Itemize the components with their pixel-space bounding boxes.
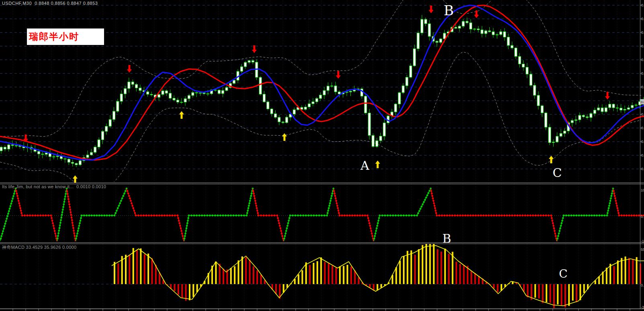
- indicator1-dot: [467, 215, 469, 217]
- indicator1-dot: [389, 215, 391, 217]
- candle-body: [248, 61, 250, 62]
- indicator1-dot: [321, 215, 323, 217]
- indicator1-dot: [297, 215, 299, 217]
- macd-bar: [253, 266, 254, 284]
- indicator1-dot: [201, 215, 203, 217]
- indicator1-dot: [64, 195, 66, 197]
- macd-bar: [313, 263, 315, 284]
- indicator1-dot: [178, 222, 180, 224]
- candle-body: [267, 102, 269, 109]
- indicator1-dot: [408, 215, 410, 217]
- indicator1-dot: [180, 230, 182, 232]
- indicator1-dot: [268, 215, 270, 217]
- indicator1-dot: [198, 215, 200, 217]
- indicator1-dot: [638, 215, 640, 217]
- note-label-box[interactable]: 瑞郎半小时: [27, 28, 104, 45]
- candle-body: [331, 86, 333, 86]
- macd-bar: [411, 250, 412, 284]
- chart-canvas[interactable]: 0.80.80.80.80.80.80.80.80.80.80.80.80.80…: [0, 0, 644, 311]
- candle-body: [440, 39, 442, 43]
- scale-label: 0.: [641, 283, 644, 287]
- candle-body: [45, 153, 47, 154]
- indicator1-dot: [493, 215, 495, 217]
- indicator1-dot: [374, 232, 376, 234]
- candle-body: [489, 31, 491, 32]
- indicator1-dot: [558, 232, 560, 234]
- macd-bar: [260, 274, 262, 284]
- candle-body: [507, 37, 509, 45]
- candle-body: [372, 136, 374, 147]
- indicator1-dot: [180, 228, 182, 230]
- candle-body: [522, 64, 525, 67]
- scale-label: 10: [641, 188, 644, 192]
- candle-body: [263, 94, 266, 102]
- candle-body: [383, 123, 386, 136]
- candle-body: [282, 122, 284, 123]
- indicator1-dot: [552, 222, 554, 224]
- indicator1-dot: [281, 235, 283, 237]
- candle-body: [593, 110, 596, 114]
- indicator1-dot: [80, 217, 82, 219]
- candle-body: [312, 102, 314, 104]
- indicator1-dot: [613, 190, 615, 192]
- candle-body: [90, 152, 92, 155]
- macd-bar: [245, 257, 247, 284]
- macd-bar: [238, 260, 239, 284]
- indicator1-dot: [74, 235, 76, 237]
- indicator1-dot: [247, 209, 249, 211]
- indicator1-dot: [55, 235, 57, 237]
- candle-body: [338, 92, 341, 94]
- chart-letter-c: C: [559, 267, 567, 281]
- indicator1-dot: [527, 215, 529, 217]
- indicator1-dot: [427, 192, 429, 194]
- scale-label: 0.8: [641, 44, 644, 48]
- scale-label: -1: [641, 239, 644, 243]
- indicator1-dot: [235, 215, 237, 217]
- symbol-title: USDCHF,M30 0.8848 0.8856 0.8847 0.8853: [2, 1, 98, 6]
- indicator1-dot: [98, 215, 100, 217]
- indicator1-dot: [608, 207, 610, 209]
- indicator1-dot: [530, 215, 532, 217]
- candle-body: [109, 120, 111, 126]
- macd-bar: [151, 258, 153, 284]
- indicator1-dot: [626, 215, 628, 217]
- indicator1-dot: [501, 215, 503, 217]
- indicator1-dot: [118, 205, 120, 207]
- indicator1-dot: [57, 235, 59, 237]
- indicator1-dot: [286, 228, 288, 230]
- candle-body: [409, 66, 412, 77]
- macd-bar: [174, 284, 176, 291]
- indicator1-dot: [15, 190, 17, 192]
- indicator1-dot: [0, 238, 2, 240]
- indicator1-dot: [103, 215, 105, 217]
- indicator1-dot: [444, 215, 446, 217]
- candle-body: [605, 108, 607, 112]
- indicator1-dot: [334, 195, 336, 197]
- indicator1-dot: [561, 222, 563, 224]
- indicator1-dot: [310, 215, 312, 217]
- indicator1-dot: [256, 207, 258, 209]
- macd-bar: [437, 249, 438, 284]
- indicator1-dot: [354, 215, 356, 217]
- indicator1-dot: [413, 215, 415, 217]
- indicator1-dot: [93, 215, 95, 217]
- indicator1-dot: [431, 193, 433, 195]
- candle-body: [470, 23, 472, 29]
- indicator1-dot: [217, 215, 219, 217]
- candle-body: [458, 26, 461, 28]
- indicator1-dot: [422, 203, 424, 205]
- indicator1-dot: [34, 215, 36, 217]
- indicator1-dot: [336, 205, 338, 207]
- indicator1-dot: [111, 215, 113, 217]
- chart-letter-b: B: [442, 232, 451, 246]
- indicator1-dot: [67, 198, 70, 200]
- indicator1-dot: [186, 228, 188, 230]
- indicator1-dot: [78, 225, 80, 227]
- indicator1-dot: [54, 232, 56, 234]
- indicator1-dot: [108, 215, 110, 217]
- indicator1-dot: [387, 215, 389, 217]
- macd-bar: [606, 268, 607, 284]
- candle-body: [417, 33, 419, 49]
- candle-body: [117, 102, 119, 112]
- indicator1-dot: [246, 212, 248, 214]
